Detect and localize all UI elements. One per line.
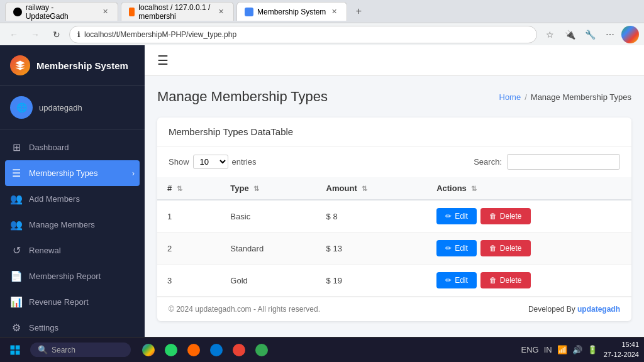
edit-button-2[interactable]: ✏Edit: [436, 272, 477, 288]
dev-link[interactable]: updategadh: [577, 305, 620, 314]
battery-icon: 🔋: [586, 344, 599, 356]
svg-rect-3: [16, 350, 20, 354]
table-body: 1 Basic $ 8 ✏Edit 🗑Delete 2 Standard $ 1…: [157, 200, 631, 297]
svg-rect-2: [11, 350, 15, 354]
sidebar-item-revenue-report[interactable]: 📊 Revenue Report: [0, 289, 145, 315]
sort-num-icon[interactable]: ⇅: [177, 185, 182, 192]
browser-chrome: railway - UpdateGadh ✕ localhost / 127.0…: [0, 0, 644, 45]
cell-amount-2: $ 19: [316, 265, 427, 297]
forward-button[interactable]: →: [26, 26, 44, 43]
browser-nav: ← → ↻ ℹ localhost/t/MembershipM-PHP/view…: [0, 23, 644, 45]
taskbar-app-4[interactable]: [206, 340, 226, 360]
cell-type-2: Gold: [220, 265, 316, 297]
edit-icon-0: ✏: [445, 212, 452, 221]
browser-tabs: railway - UpdateGadh ✕ localhost / 127.0…: [0, 0, 644, 23]
tab-railway[interactable]: railway - UpdateGadh ✕: [5, 2, 118, 21]
lang-icon: ENG: [520, 344, 540, 356]
cell-num-0: 1: [157, 200, 220, 233]
hamburger-button[interactable]: ☰: [157, 53, 169, 68]
sort-actions-icon[interactable]: ⇅: [471, 185, 477, 192]
page-header: Manage Membership Types Home / Manage Me…: [157, 89, 631, 105]
sidebar-user: 🌐 updategadh: [0, 86, 145, 129]
edit-button-0[interactable]: ✏Edit: [436, 208, 477, 224]
sidebar-logo: Membership System: [0, 45, 145, 86]
sidebar-item-membership-report[interactable]: 📄 Membership Report: [0, 263, 145, 289]
active-arrow-icon: ›: [132, 169, 135, 178]
more-button[interactable]: ⋯: [601, 26, 619, 43]
entries-select[interactable]: 10 25 50 100: [193, 155, 228, 169]
taskbar-app-icon-3: [187, 344, 200, 356]
tab-close-localhost[interactable]: ✕: [216, 7, 226, 16]
dashboard-label: Dashboard: [29, 143, 69, 152]
edit-button-1[interactable]: ✏Edit: [436, 240, 477, 256]
settings-icon: ⚙: [10, 322, 23, 334]
nav-actions: ☆ 🔌 🔧 ⋯: [541, 26, 639, 43]
show-label: Show: [169, 157, 189, 167]
sidebar-item-settings[interactable]: ⚙ Settings: [0, 315, 145, 337]
taskbar-system-tray: ENG IN 📶 🔊 🔋 15:41 27-12-2024: [520, 340, 639, 359]
clock-date: 27-12-2024: [604, 350, 639, 359]
sidebar-item-add-members[interactable]: 👥 Add Members: [0, 186, 145, 212]
search-input[interactable]: [507, 154, 620, 170]
delete-button-2[interactable]: 🗑Delete: [480, 272, 531, 288]
breadcrumb-home[interactable]: Home: [499, 92, 521, 102]
back-button[interactable]: ←: [5, 26, 23, 43]
sort-type-icon[interactable]: ⇅: [253, 185, 259, 192]
tab-label: Membership System: [257, 8, 326, 16]
content-area: Manage Membership Types Home / Manage Me…: [145, 76, 644, 337]
profile-button[interactable]: [621, 26, 639, 43]
membership-types-icon: ☰: [10, 167, 23, 179]
profile-extension-button[interactable]: 🔌: [561, 26, 579, 43]
tab-close-railway[interactable]: ✕: [101, 7, 110, 16]
col-type: Type ⇅: [220, 177, 316, 200]
delete-button-1[interactable]: 🗑Delete: [480, 240, 531, 256]
reload-button[interactable]: ↻: [48, 26, 65, 43]
sidebar-item-manage-members[interactable]: 👥 Manage Members: [0, 212, 145, 238]
username-label: updategadh: [39, 103, 82, 112]
tab-label: localhost / 127.0.0.1 / membershi: [138, 3, 213, 21]
taskbar-app-2[interactable]: [161, 340, 181, 360]
tab-close-membership[interactable]: ✕: [330, 7, 339, 16]
user-avatar: 🌐: [10, 96, 33, 119]
cell-type-0: Basic: [220, 200, 316, 233]
taskbar-search-bar[interactable]: 🔍 Search: [30, 343, 131, 357]
trash-icon-1: 🗑: [489, 244, 497, 253]
sidebar-item-dashboard[interactable]: ⊞ Dashboard: [0, 134, 145, 160]
col-num-label: #: [167, 184, 172, 193]
sidebar-item-renewal[interactable]: ↺ Renewal: [0, 238, 145, 263]
taskbar-app-3[interactable]: [184, 340, 204, 360]
cell-type-1: Standard: [220, 233, 316, 265]
col-amount-label: Amount: [326, 184, 357, 193]
new-tab-button[interactable]: +: [350, 3, 367, 20]
cell-amount-1: $ 13: [316, 233, 427, 265]
volume-icon: 🔊: [571, 344, 584, 356]
search-container: Search:: [474, 154, 620, 170]
sort-amount-icon[interactable]: ⇅: [362, 185, 367, 192]
extension-button[interactable]: 🔧: [581, 26, 599, 43]
start-button[interactable]: [5, 340, 25, 360]
bookmark-button[interactable]: ☆: [541, 26, 558, 43]
copyright-text: © 2024 updategadh.com - All rights reser…: [169, 305, 320, 314]
cell-num-2: 3: [157, 265, 220, 297]
cell-amount-0: $ 8: [316, 200, 427, 233]
address-bar[interactable]: ℹ localhost/t/MembershipM-PHP/view_type.…: [69, 26, 537, 43]
taskbar-app-1[interactable]: [138, 340, 158, 360]
taskbar-apps: [138, 340, 272, 360]
tab-membership[interactable]: Membership System ✕: [236, 2, 347, 21]
delete-button-0[interactable]: 🗑Delete: [480, 208, 531, 224]
card-footer: © 2024 updategadh.com - All rights reser…: [157, 297, 631, 321]
taskbar-app-5[interactable]: [229, 340, 249, 360]
railway-favicon: [13, 8, 22, 16]
sidebar-item-membership-types[interactable]: ☰ Membership Types ›: [5, 160, 140, 186]
membership-favicon: [245, 8, 253, 16]
address-text: localhost/t/MembershipM-PHP/view_type.ph…: [84, 30, 236, 39]
taskbar-app-6[interactable]: [252, 340, 272, 360]
membership-types-card: Membership Types DataTable Show 10 25 50…: [157, 118, 631, 321]
search-label: Search:: [474, 157, 502, 167]
edit-icon-1: ✏: [445, 244, 452, 253]
cell-actions-1: ✏Edit 🗑Delete: [426, 233, 631, 265]
avatar-icon: 🌐: [16, 102, 27, 112]
col-num: # ⇅: [157, 177, 220, 200]
breadcrumb-current: Manage Membership Types: [531, 92, 631, 102]
tab-localhost[interactable]: localhost / 127.0.0.1 / membershi ✕: [121, 2, 234, 21]
